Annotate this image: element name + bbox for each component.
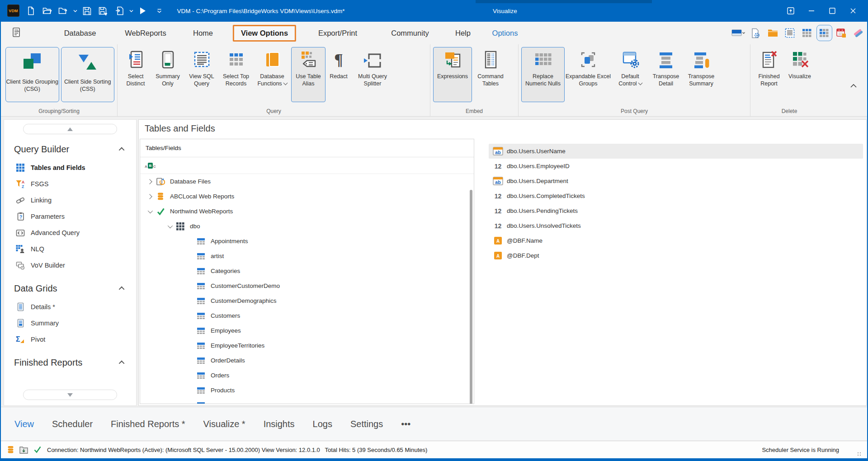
grid-view-icon[interactable]	[798, 22, 816, 44]
ribbon-button-command-tables[interactable]: Command Tables	[472, 47, 509, 102]
sidebar-item-parameters[interactable]: ? Parameters	[4, 208, 136, 225]
field-row-dbf-name[interactable]: A @DBF.Name	[489, 233, 863, 248]
ribbon-button-transpose-detail[interactable]: Transpose Detail	[649, 47, 683, 102]
chevron-right-icon[interactable]	[145, 195, 155, 198]
tab-visualize[interactable]: Visualize *	[203, 419, 245, 429]
tree-item-customerdemographics[interactable]: CustomerDemographics	[140, 293, 474, 308]
menu-tab-export-print[interactable]: Export/Print	[318, 22, 357, 44]
tree-item-database-files[interactable]: Database Files	[140, 174, 474, 189]
sidebar-item-advanced-query[interactable]: Advanced Query	[4, 225, 136, 241]
menu-tab-webreports[interactable]: WebReports	[125, 22, 166, 44]
sidebar-item-linking[interactable]: Linking	[4, 192, 136, 208]
minimize-icon[interactable]	[801, 0, 822, 22]
field-row-department[interactable]: ab dbo.Users.Department	[489, 174, 863, 188]
tree-item-products[interactable]: Products	[140, 383, 474, 398]
tree-item-orderdetails[interactable]: OrderDetails	[140, 353, 474, 368]
document-gear-icon[interactable]	[747, 22, 764, 44]
field-row-completedtickets[interactable]: 12 dbo.Users.CompletedTickets	[489, 188, 863, 203]
tree-item-abclocal-web-reports[interactable]: ABCLocal Web Reports	[140, 189, 474, 204]
tree-item-employeeterritories[interactable]: EmployeeTerritories	[140, 338, 474, 353]
tree-item-categories[interactable]: Categories	[140, 263, 474, 278]
import-document-icon[interactable]	[111, 0, 127, 22]
sidebar-item-pivot[interactable]: Σ Pivot	[4, 331, 136, 348]
ribbon-button-finished-report-delete[interactable]: Finished Report	[753, 47, 785, 102]
tree-column-header[interactable]: Tables/Fields	[140, 139, 474, 157]
grid-view-selected-icon[interactable]	[816, 22, 833, 44]
sidebar-item-vov-builder[interactable]: VoV Builder	[4, 257, 136, 273]
section-header-data-grids[interactable]: Data Grids	[4, 278, 136, 299]
tab-finished-reports[interactable]: Finished Reports *	[111, 419, 185, 429]
field-row-employeeid[interactable]: 12 dbo.Users.EmployeeID	[489, 159, 863, 174]
new-document-icon[interactable]	[23, 0, 39, 22]
ribbon-button-summary-only[interactable]: Summary Only	[151, 47, 184, 102]
section-header-query-builder[interactable]: Query Builder	[4, 139, 136, 160]
ribbon-button-expressions[interactable]: Expressions	[433, 47, 472, 102]
sidebar-scroll-up-button[interactable]	[23, 124, 117, 134]
field-row-dbf-dept[interactable]: A @DBF.Dept	[489, 248, 863, 263]
ribbon-button-redact[interactable]: ¶ Redact	[326, 47, 352, 102]
menu-tab-database[interactable]: Database	[64, 22, 96, 44]
ribbon-button-select-top-records[interactable]: Select Top Records	[219, 47, 253, 102]
ribbon-button-view-sql-query[interactable]: View SQL Query	[184, 47, 219, 102]
ribbon-button-multi-query-splitter[interactable]: Multi Query Splitter	[352, 47, 393, 102]
tab-insights[interactable]: Insights	[264, 419, 295, 429]
menu-tab-view-options[interactable]: View Options	[233, 25, 296, 42]
save-icon[interactable]	[79, 0, 95, 22]
chevron-down-icon[interactable]	[71, 0, 79, 22]
tab-logs[interactable]: Logs	[313, 419, 332, 429]
tree-item-appointments[interactable]: Appointments	[140, 234, 474, 249]
ribbon-button-select-distinct[interactable]: Select Distinct	[120, 47, 151, 102]
tab-scheduler[interactable]: Scheduler	[52, 419, 93, 429]
ribbon-button-replace-numeric-nulls[interactable]: Replace Numeric Nulls	[521, 47, 565, 102]
tree-item-customers[interactable]: Customers	[140, 308, 474, 323]
tree-item-employees[interactable]: Employees	[140, 323, 474, 338]
ribbon-button-client-side-grouping[interactable]: Client Side Grouping (CSG)	[5, 47, 59, 102]
ribbon-button-use-table-alias[interactable]: Use Table Alias	[291, 47, 326, 102]
ribbon-button-transpose-summary[interactable]: Transpose Summary	[683, 47, 719, 102]
tab-view[interactable]: View	[14, 419, 34, 429]
menu-tab-home[interactable]: Home	[193, 22, 213, 44]
tab-settings[interactable]: Settings	[350, 419, 383, 429]
chevron-down-icon[interactable]	[127, 0, 135, 22]
folder-icon[interactable]	[764, 22, 781, 44]
sidebar-item-tables-and-fields[interactable]: Tables and Fields	[4, 160, 136, 176]
ribbon-button-default-control[interactable]: Default Control	[612, 47, 649, 102]
resize-grip[interactable]	[855, 450, 861, 456]
dock-window-icon[interactable]	[780, 0, 801, 22]
field-row-pendingtickets[interactable]: 12 dbo.Users.PendingTickets	[489, 203, 863, 218]
chevron-down-icon[interactable]	[145, 210, 155, 213]
app-menu-icon[interactable]	[12, 27, 24, 40]
eraser-icon[interactable]	[850, 22, 867, 44]
ribbon-button-database-functions[interactable]: Database Functions	[253, 47, 291, 102]
calendar-icon[interactable]	[833, 22, 850, 44]
menu-tab-community[interactable]: Community	[391, 22, 429, 44]
tree-item-artist[interactable]: artist	[140, 249, 474, 263]
tree-item-northwind-webreports[interactable]: Northwind WebReports	[140, 204, 474, 219]
ribbon-button-expandable-excel-groups[interactable]: Expandable Excel Groups	[565, 47, 612, 102]
open-folder-icon[interactable]	[39, 0, 55, 22]
save-all-icon[interactable]	[95, 0, 111, 22]
chevron-right-icon[interactable]	[145, 180, 155, 183]
tree-item-dbo[interactable]: dbo	[140, 219, 474, 234]
secondary-tab-label[interactable]: Visualize	[493, 0, 517, 22]
collapse-ribbon-button[interactable]	[847, 80, 860, 90]
dashed-list-icon[interactable]	[781, 22, 798, 44]
tree-scrollbar[interactable]	[470, 190, 472, 404]
sidebar-item-fsgs[interactable]: AZ FSGS	[4, 176, 136, 192]
sidebar-item-summary[interactable]: Summary	[4, 315, 136, 331]
ribbon-button-visualize-delete[interactable]: Visualize	[785, 47, 815, 102]
tree-item-clipped[interactable]	[140, 398, 474, 404]
sidebar-item-details[interactable]: Details *	[4, 299, 136, 315]
ribbon-button-client-side-sorting[interactable]: Client Side Sorting (CSS)	[61, 47, 115, 102]
tree-filter-row[interactable]: ABC	[140, 157, 474, 174]
sidebar-item-nlq[interactable]: NLQ	[4, 241, 136, 257]
open-with-folder-icon[interactable]	[55, 0, 71, 22]
tree-item-orders[interactable]: Orders	[140, 368, 474, 383]
chevron-down-icon[interactable]	[165, 225, 175, 228]
section-header-finished-reports[interactable]: Finished Reports	[4, 352, 136, 373]
menu-tab-options[interactable]: Options	[492, 22, 518, 44]
theme-swatch-icon[interactable]	[730, 22, 747, 44]
menu-tab-help[interactable]: Help	[455, 22, 471, 44]
sidebar-scroll-down-button[interactable]	[23, 390, 117, 400]
maximize-icon[interactable]	[822, 0, 843, 22]
